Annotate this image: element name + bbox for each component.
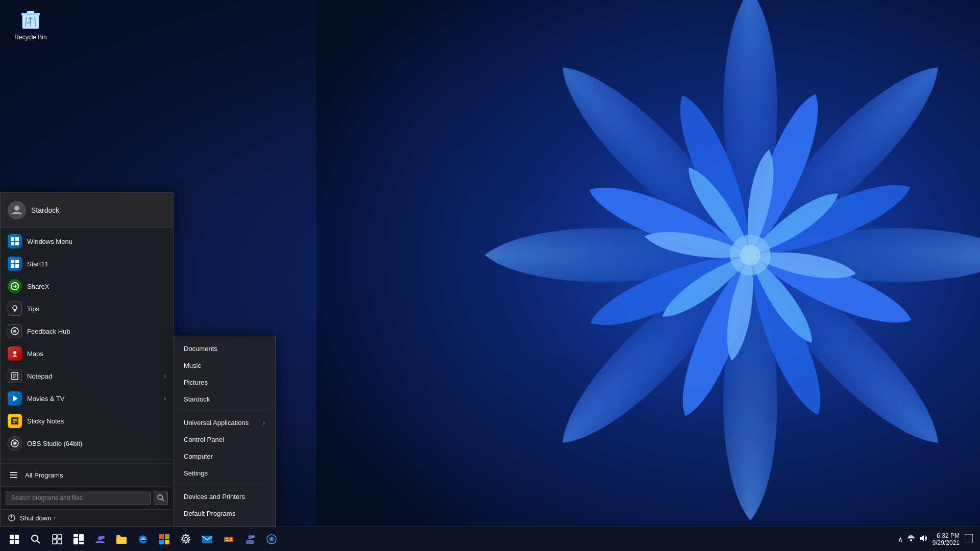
- menu-item-notepad[interactable]: Notepad ›: [1, 365, 173, 387]
- teams-chat-button[interactable]: [90, 529, 110, 549]
- start11-icon: [8, 257, 22, 271]
- svg-rect-11: [15, 237, 19, 241]
- svg-marker-78: [920, 535, 924, 541]
- notification-button[interactable]: [964, 533, 974, 545]
- start-button[interactable]: [4, 529, 24, 549]
- computer-label: Computer: [184, 453, 213, 460]
- start-menu-items-list: Windows Menu Start11 ShareX: [1, 228, 173, 457]
- control-panel-label: Control Panel: [184, 436, 224, 443]
- sub-item-music[interactable]: Music: [174, 357, 275, 374]
- user-name: Stardock: [31, 206, 59, 214]
- svg-rect-67: [224, 537, 233, 542]
- svg-point-40: [158, 495, 162, 499]
- svg-rect-70: [230, 538, 232, 541]
- sub-item-computer[interactable]: Computer: [174, 448, 275, 465]
- svg-rect-16: [11, 264, 14, 268]
- maps-icon: [8, 346, 22, 361]
- svg-rect-54: [74, 534, 78, 537]
- menu-item-sharex[interactable]: ShareX: [1, 275, 173, 297]
- maps-label: Maps: [27, 350, 43, 358]
- sharex-label: ShareX: [27, 283, 49, 290]
- start-menu-user-header[interactable]: Stardock: [1, 193, 173, 228]
- menu-item-sticky-notes[interactable]: Sticky Notes: [1, 410, 173, 432]
- start-menu: Stardock Windows Menu Start11: [0, 192, 174, 527]
- svg-rect-44: [10, 535, 14, 539]
- sub-item-control-panel[interactable]: Control Panel: [174, 431, 275, 448]
- tips-label: Tips: [27, 305, 39, 313]
- svg-point-19: [13, 306, 17, 310]
- sub-item-settings[interactable]: Settings: [174, 465, 275, 482]
- sub-panel: Documents Music Pictures Stardock Univer…: [174, 336, 276, 527]
- all-programs-label: All Programs: [25, 471, 63, 479]
- svg-rect-5: [27, 11, 34, 13]
- sub-separator-1: [179, 411, 270, 411]
- search-button[interactable]: [154, 491, 168, 505]
- menu-item-obs-studio[interactable]: OBS Studio (64bit): [1, 432, 173, 455]
- all-programs-icon: [8, 469, 20, 481]
- menu-item-movies-tv[interactable]: Movies & TV ›: [1, 387, 173, 410]
- svg-rect-14: [11, 260, 14, 263]
- taskbar-clock[interactable]: 6:32 PM 9/29/2021: [933, 532, 960, 546]
- pictures-label: Pictures: [184, 379, 208, 386]
- clock-time: 6:32 PM: [933, 532, 960, 539]
- taskbar-settings-button[interactable]: [176, 529, 196, 549]
- svg-point-24: [13, 351, 16, 354]
- taskbar: ∧ 6:32 PM 9/29/2021: [0, 527, 980, 551]
- svg-rect-72: [246, 540, 254, 544]
- svg-rect-38: [10, 474, 17, 475]
- svg-rect-53: [58, 540, 62, 544]
- sub-item-pictures[interactable]: Pictures: [174, 374, 275, 391]
- widgets-button[interactable]: [68, 529, 89, 549]
- svg-point-48: [32, 535, 38, 541]
- file-explorer-button[interactable]: [111, 529, 132, 549]
- store-button[interactable]: [154, 529, 175, 549]
- extra-icon-button[interactable]: [261, 529, 282, 549]
- network-icon[interactable]: [906, 533, 916, 545]
- svg-point-71: [248, 535, 252, 539]
- menu-item-maps[interactable]: Maps: [1, 342, 173, 365]
- sharex-icon: [8, 279, 22, 293]
- mail-button[interactable]: [197, 529, 217, 549]
- task-view-button[interactable]: [47, 529, 67, 549]
- svg-rect-50: [53, 535, 57, 539]
- svg-point-2: [740, 245, 761, 265]
- all-programs-row[interactable]: All Programs: [1, 463, 173, 486]
- svg-rect-12: [11, 242, 14, 245]
- notepad-label: Notepad: [27, 372, 52, 380]
- sub-item-stardock[interactable]: Stardock: [174, 391, 275, 408]
- search-input[interactable]: [6, 491, 151, 505]
- svg-line-41: [162, 499, 164, 501]
- shutdown-row[interactable]: Shut down ›: [1, 509, 173, 526]
- start-search-bar: [1, 486, 173, 509]
- sub-item-default-programs[interactable]: Default Programs: [174, 505, 275, 522]
- chevron-up-icon[interactable]: ∧: [897, 534, 904, 544]
- menu-item-tips[interactable]: Tips: [1, 297, 173, 320]
- taskbar-right: ∧ 6:32 PM 9/29/2021: [897, 532, 980, 546]
- menu-item-feedback-hub[interactable]: Feedback Hub: [1, 320, 173, 342]
- edge-button[interactable]: [133, 529, 153, 549]
- svg-rect-47: [15, 540, 19, 544]
- notepad-arrow: ›: [164, 372, 166, 380]
- sub-item-devices-printers[interactable]: Devices and Printers: [174, 488, 275, 505]
- system-tray-icons: ∧: [897, 533, 928, 545]
- svg-point-36: [14, 442, 16, 444]
- sticky-notes-label: Sticky Notes: [27, 417, 64, 425]
- default-programs-label: Default Programs: [184, 510, 235, 517]
- menu-item-windows-menu[interactable]: Windows Menu: [1, 230, 173, 253]
- svg-rect-46: [10, 540, 14, 544]
- taskbar-search-button[interactable]: [26, 529, 46, 549]
- svg-rect-37: [10, 472, 17, 473]
- svg-rect-62: [165, 534, 169, 539]
- sub-item-universal-apps[interactable]: Universal Applications ›: [174, 414, 275, 431]
- recycle-bin-icon[interactable]: Recycle Bin: [10, 5, 51, 43]
- sub-item-documents[interactable]: Documents: [174, 340, 275, 357]
- feedback-hub-label: Feedback Hub: [27, 328, 70, 335]
- teams-button[interactable]: [240, 529, 260, 549]
- dev-bar-button[interactable]: [218, 529, 239, 549]
- volume-icon[interactable]: [918, 533, 928, 545]
- obs-studio-icon: [8, 436, 22, 450]
- movies-tv-icon: [8, 391, 22, 406]
- svg-point-58: [98, 536, 102, 540]
- menu-item-start11[interactable]: Start11: [1, 253, 173, 275]
- svg-line-49: [37, 541, 40, 543]
